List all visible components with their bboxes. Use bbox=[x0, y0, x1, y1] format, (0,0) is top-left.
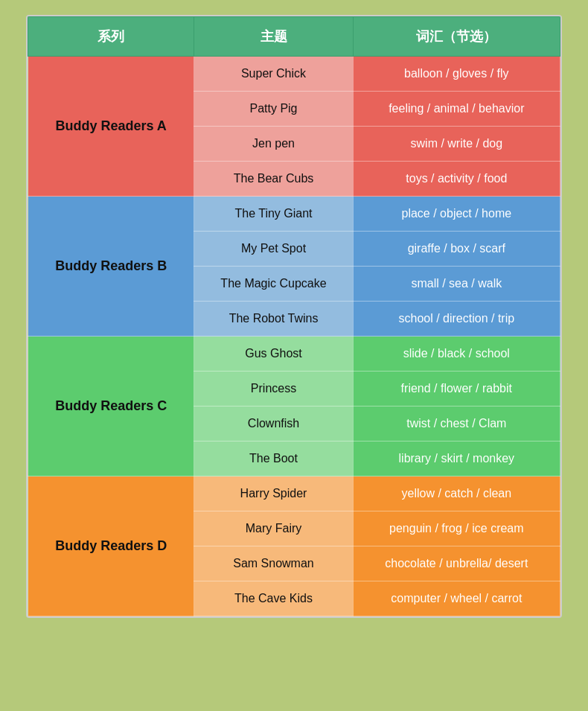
series-cell-c: Buddy Readers C bbox=[28, 337, 194, 476]
vocab-cell-b-2: small / sea / walk bbox=[353, 267, 560, 302]
title-cell-a-3: The Bear Cubs bbox=[194, 162, 353, 197]
title-cell-a-1: Patty Pig bbox=[194, 92, 353, 127]
vocab-cell-d-3: computer / wheel / carrot bbox=[353, 581, 560, 616]
vocab-cell-c-2: twist / chest / Clam bbox=[353, 406, 560, 441]
vocab-cell-d-0: yellow / catch / clean bbox=[353, 476, 560, 511]
title-cell-a-0: Super Chick bbox=[194, 57, 353, 92]
buddy-readers-table: 系列 主题 词汇（节选） Buddy Readers ASuper Chickb… bbox=[28, 16, 560, 616]
title-cell-d-3: The Cave Kids bbox=[194, 581, 353, 616]
title-cell-d-1: Mary Fairy bbox=[194, 511, 353, 546]
vocab-cell-b-0: place / object / home bbox=[353, 197, 560, 232]
vocab-cell-c-1: friend / flower / rabbit bbox=[353, 372, 560, 406]
vocab-cell-d-2: chocolate / unbrella/ desert bbox=[353, 546, 560, 581]
title-cell-d-2: Sam Snowman bbox=[194, 546, 353, 581]
table-row: Buddy Readers CGus Ghostslide / black / … bbox=[28, 337, 560, 372]
vocab-cell-a-0: balloon / gloves / fly bbox=[353, 57, 560, 92]
title-cell-b-2: The Magic Cupcake bbox=[194, 267, 353, 302]
vocab-cell-c-3: library / skirt / monkey bbox=[353, 441, 560, 476]
table-row: Buddy Readers DHarry Spideryellow / catc… bbox=[28, 476, 560, 511]
series-cell-a: Buddy Readers A bbox=[28, 57, 194, 197]
title-cell-a-2: Jen pen bbox=[194, 127, 353, 162]
table-row: Buddy Readers BThe Tiny Giantplace / obj… bbox=[28, 197, 560, 232]
header-series: 系列 bbox=[28, 17, 194, 57]
title-cell-c-2: Clownfish bbox=[194, 406, 353, 441]
vocab-cell-a-3: toys / activity / food bbox=[353, 162, 560, 197]
series-cell-b: Buddy Readers B bbox=[28, 197, 194, 337]
header-theme: 主题 bbox=[194, 17, 353, 57]
vocab-cell-c-0: slide / black / school bbox=[353, 337, 560, 372]
series-cell-d: Buddy Readers D bbox=[28, 476, 194, 616]
main-table-wrapper: 系列 主题 词汇（节选） Buddy Readers ASuper Chickb… bbox=[26, 15, 562, 618]
title-cell-b-3: The Robot Twins bbox=[194, 302, 353, 337]
title-cell-d-0: Harry Spider bbox=[194, 476, 353, 511]
title-cell-b-0: The Tiny Giant bbox=[194, 197, 353, 232]
table-row: Buddy Readers ASuper Chickballoon / glov… bbox=[28, 57, 560, 92]
vocab-cell-a-2: swim / write / dog bbox=[353, 127, 560, 162]
title-cell-c-0: Gus Ghost bbox=[194, 337, 353, 372]
vocab-cell-d-1: penguin / frog / ice cream bbox=[353, 511, 560, 546]
title-cell-b-1: My Pet Spot bbox=[194, 232, 353, 267]
title-cell-c-1: Princess bbox=[194, 372, 353, 406]
vocab-cell-b-3: school / direction / trip bbox=[353, 302, 560, 337]
vocab-cell-b-1: giraffe / box / scarf bbox=[353, 232, 560, 267]
vocab-cell-a-1: feeling / animal / behavior bbox=[353, 92, 560, 127]
table-header: 系列 主题 词汇（节选） bbox=[28, 17, 560, 57]
title-cell-c-3: The Boot bbox=[194, 441, 353, 476]
table-body: Buddy Readers ASuper Chickballoon / glov… bbox=[28, 57, 560, 616]
header-vocab: 词汇（节选） bbox=[353, 17, 560, 57]
